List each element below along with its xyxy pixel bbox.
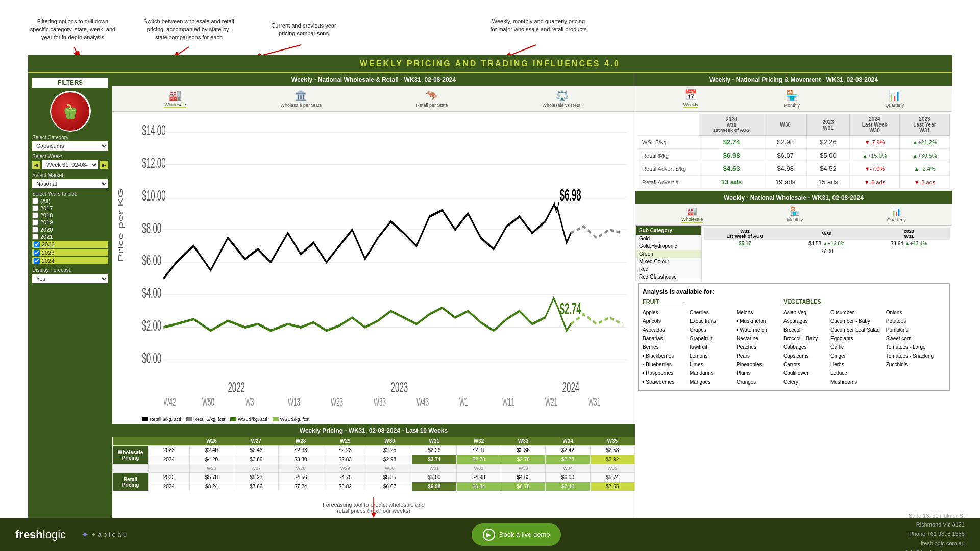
week-select[interactable]: Week 31, 02-08-24 (42, 160, 98, 169)
fruit-header: FRUIT (643, 298, 683, 306)
svg-text:W13: W13 (288, 395, 300, 408)
retail-num-v2: 19 ads (764, 176, 807, 189)
year-checkbox-all[interactable] (32, 198, 38, 204)
fruit-list2: Cherries Exotic fruits Grapes Grapefruit… (690, 308, 730, 386)
fruit-list3: Melons • Muskmelon • Watermelon Nectarin… (737, 308, 777, 386)
category-filter: Select Category: Capsicums (32, 135, 108, 151)
metric-wsl: WSL $/kg (638, 136, 699, 149)
retail-adv-v1: $4.63 (699, 162, 764, 176)
nav-wholesale-state[interactable]: 🏛️ Wholesale per State (280, 89, 322, 108)
book-demo-button[interactable]: ▶ Book a live demo (472, 523, 561, 546)
svg-text:2023: 2023 (391, 379, 408, 396)
veg-col3-header (886, 298, 934, 306)
annotation-switch: Switch between wholesale and retailprici… (138, 18, 240, 41)
w28-2023-r: $4.56 (278, 473, 323, 482)
svg-text:$6.98: $6.98 (560, 186, 581, 204)
th-w31: W31 (412, 437, 456, 446)
th-lastweek: 2024Last WeekW30 (849, 114, 899, 136)
year-checkbox-2019[interactable] (32, 219, 38, 226)
year-item-2018: 2018 (32, 212, 108, 218)
week-prev-button[interactable]: ◀ (32, 161, 40, 169)
monthly-icon: 🏪 (786, 89, 798, 102)
movement-table: 2024 W311st Week of AUG W30 2023W31 2024… (638, 114, 950, 189)
forecast-annotation: Forecasting tool to predict wholesale an… (112, 491, 635, 518)
th-label (113, 437, 149, 446)
table-row-spacer: W26 W27 W28 W29 W30 W31 W32 W33 W34 W35 (113, 464, 635, 473)
th-w28: W28 (278, 437, 323, 446)
year-checkbox-2020[interactable] (32, 227, 38, 233)
footer-contact: Suite 18, 50 Palmer StRichmond Vic 3121P… (906, 512, 965, 551)
subcategory-green: Green (636, 250, 701, 258)
price-chart: $14.00 $12.00 $10.00 $8.00 $6.00 $4.00 $… (116, 116, 631, 409)
table-row: $7.00 (704, 247, 950, 255)
nav-quarterly[interactable]: 📊 Quarterly (885, 89, 904, 108)
wsl-c2: ▲+21.2% (899, 136, 949, 149)
nav-quarterly-w[interactable]: 📊 Quarterly (887, 207, 906, 222)
nav-weekly[interactable]: 📅 Weekly (683, 89, 698, 108)
pricing-section: Weekly Pricing - WK31, 02-08-2024 - Last… (112, 424, 635, 518)
year-checkbox-2024[interactable] (34, 258, 40, 264)
nav-wholesale-vs-retail[interactable]: ⚖️ Wholesale vs Retail (542, 89, 582, 108)
w35-2024-r: $7.55 (590, 482, 634, 491)
center-panel: Weekly - National Wholesale & Retail - W… (112, 73, 635, 518)
nav-retail-state[interactable]: 🦘 Retail per State (416, 89, 448, 108)
category-label: Select Category: (32, 135, 108, 140)
year-checkbox-2021[interactable] (32, 234, 38, 240)
legend-retail-actl: Retail $/kg, actl (142, 417, 181, 422)
category-select[interactable]: Capsicums (32, 141, 108, 151)
year-checkbox-2022[interactable] (34, 241, 40, 247)
spacer-w27: W27 (234, 464, 278, 473)
table-row: WSL $/kg $2.74 $2.98 $2.26 ▼-7.9% ▲+21.2… (638, 136, 950, 149)
w29-2024-w: $2.83 (323, 455, 368, 464)
th-2023-wk: 2023W31 (868, 228, 950, 240)
nav-wholesale[interactable]: 🏭 Wholesale (164, 89, 186, 108)
wholesale-state-icon: 🏛️ (295, 89, 307, 102)
table-row: Retail Advert $/kg $4.63 $4.98 $4.52 ▼-7… (638, 162, 950, 176)
wholesale-values: W311st Week of AUG W30 2023W31 $5.17 $4.… (702, 226, 952, 281)
w26-2024-w: $4.20 (189, 455, 234, 464)
wsl-v3: $2.26 (807, 136, 850, 149)
year-checkbox-2017[interactable] (32, 205, 38, 211)
year-checkbox-2023[interactable] (34, 249, 40, 256)
svg-text:W43: W43 (416, 395, 429, 408)
week-next-button[interactable]: ▶ (100, 161, 108, 169)
footer-address: Suite 18, 50 Palmer StRichmond Vic 3121P… (906, 512, 965, 539)
metric-retail: Retail $/kg (638, 149, 699, 162)
svg-text:$2.00: $2.00 (142, 317, 161, 334)
nav-wholesale-w[interactable]: 🏭 Wholesale (681, 206, 703, 223)
year-2024-w: 2024 (149, 455, 190, 464)
w31-2024-w: $2.74 (412, 455, 456, 464)
quarterly-icon: 📊 (888, 89, 901, 102)
annotation-current: Current and previous yearpricing compari… (260, 22, 347, 38)
th-2024: 2024 W311st Week of AUG (699, 114, 764, 136)
w31-2023-r: $5.00 (412, 473, 456, 482)
pricing-table: W26 W27 W28 W29 W30 W31 W32 W33 W34 W35 (112, 437, 635, 491)
market-select[interactable]: National (32, 179, 108, 188)
nav-monthly-w[interactable]: 🏪 Monthly (787, 207, 803, 222)
retail-num-v3: 15 ads (807, 176, 850, 189)
monthly-w-icon: 🏪 (790, 207, 800, 216)
subcategory-gold: Gold (636, 235, 701, 242)
table-row: RetailPricing 2023 $5.78 $5.23 $4.56 $4.… (113, 473, 635, 482)
table-row: WholesalePricing 2023 $2.40 $2.46 $2.33 … (113, 446, 635, 455)
forecast-select[interactable]: Yes No (32, 274, 108, 283)
retail-num-c2: ▼-2 ads (899, 176, 949, 189)
years-filter: Select Years to plot: (All) 2017 2018 (32, 191, 108, 264)
svg-text:$4.00: $4.00 (142, 285, 161, 302)
th-2023-w31: 2023W31 (807, 114, 850, 136)
nav-monthly[interactable]: 🏪 Monthly (783, 89, 800, 108)
table-row: 2024 $4.20 $3.66 $3.30 $2.83 $2.98 $2.74… (113, 455, 635, 464)
metric-retail-num: Retail Advert # (638, 176, 699, 189)
year-2023-r: 2023 (149, 473, 190, 482)
svg-text:2022: 2022 (228, 379, 245, 396)
spacer-label (113, 464, 149, 473)
wholesale-retail-icon: ⚖️ (556, 89, 569, 102)
year-checkbox-2018[interactable] (32, 212, 38, 218)
w35-2023-r: $5.74 (590, 473, 634, 482)
analysis-panel: Analysis is available for: FRUIT Apples … (638, 283, 950, 391)
year-item-2017: 2017 (32, 205, 108, 211)
svg-text:W42: W42 (163, 395, 176, 408)
w31-2024-r: $6.98 (412, 482, 456, 491)
svg-text:$2.74: $2.74 (560, 299, 582, 317)
w34-2023-r: $6.00 (546, 473, 590, 482)
